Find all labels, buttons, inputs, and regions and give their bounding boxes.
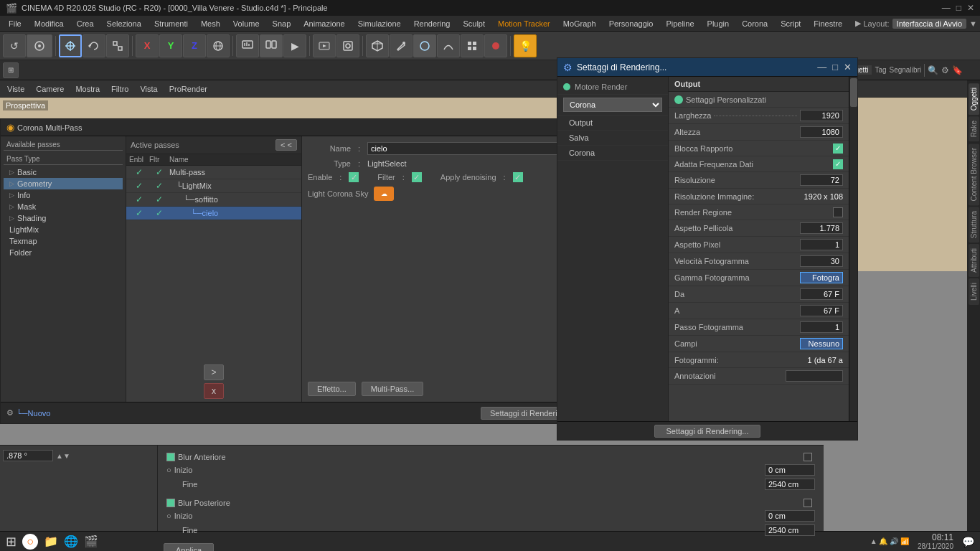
- edge-taskbar-icon[interactable]: 🌐: [64, 534, 78, 548]
- blur-posterior-opt[interactable]: [804, 499, 812, 507]
- tree-texmap[interactable]: Texmap: [4, 235, 123, 247]
- world-btn[interactable]: [207, 34, 230, 57]
- play-btn[interactable]: ▶: [283, 34, 306, 57]
- vp-viste[interactable]: Viste: [3, 83, 29, 95]
- render-active-btn[interactable]: [313, 34, 336, 57]
- rs-nav-output[interactable]: Output: [557, 116, 668, 131]
- angle-input[interactable]: [3, 450, 53, 461]
- menu-rendering[interactable]: Rendering: [408, 18, 456, 29]
- keyframe-btn[interactable]: [236, 34, 259, 57]
- vel-foto-input[interactable]: [800, 255, 843, 267]
- y-axis-btn[interactable]: Y: [159, 34, 182, 57]
- inizio2-input[interactable]: [765, 510, 815, 522]
- campi-input[interactable]: [800, 338, 843, 349]
- vert-tab-content[interactable]: Content Browser: [969, 143, 979, 205]
- tree-basic[interactable]: ▷ Basic: [4, 166, 123, 178]
- object-mode-btn[interactable]: [27, 34, 52, 57]
- rs-nav-corona[interactable]: Corona: [557, 146, 668, 161]
- rs-scrollbar[interactable]: [849, 77, 857, 421]
- menu-sculpt[interactable]: Sculpt: [457, 18, 491, 29]
- angle-spinner[interactable]: ▲▼: [56, 452, 70, 460]
- vp-prorender[interactable]: ProRender: [165, 83, 212, 95]
- menu-file[interactable]: File: [3, 18, 27, 29]
- menu-volume[interactable]: Volume: [227, 18, 265, 29]
- layout-dropdown-icon[interactable]: ▼: [969, 19, 977, 28]
- vp-vista[interactable]: Vista: [136, 83, 161, 95]
- bookmark-icon[interactable]: 🔖: [952, 65, 963, 75]
- blur-posterior-checkbox[interactable]: [166, 499, 175, 507]
- filemanager-taskbar-icon[interactable]: 📁: [44, 534, 58, 548]
- settings-icon[interactable]: ⚙: [941, 65, 949, 75]
- menu-snap[interactable]: Snap: [267, 18, 297, 29]
- rs-footer-btn[interactable]: Settaggi di Rendering...: [654, 425, 761, 438]
- animation2-btn[interactable]: [260, 34, 283, 57]
- rotate-tool-btn[interactable]: [83, 34, 105, 57]
- enbl-check-4[interactable]: ✓: [129, 208, 149, 218]
- menu-simulazione[interactable]: Simulazione: [352, 18, 407, 29]
- tree-mask[interactable]: ▷ Mask: [4, 201, 123, 212]
- fine2-input[interactable]: [765, 524, 815, 536]
- menu-plugin[interactable]: Plugin: [702, 18, 735, 29]
- small-tool-1[interactable]: ⊞: [3, 62, 19, 78]
- width-input[interactable]: [800, 110, 843, 121]
- x-axis-btn[interactable]: X: [136, 34, 159, 57]
- vert-tab-attributi[interactable]: Attributi: [969, 244, 979, 277]
- engine-select[interactable]: Corona: [563, 98, 662, 112]
- light-bulb-btn[interactable]: 💡: [514, 34, 537, 57]
- z-axis-btn[interactable]: Z: [183, 34, 206, 57]
- ris-input[interactable]: [800, 174, 843, 186]
- tree-shading[interactable]: ▷ Shading: [4, 212, 123, 224]
- asp-pell-input[interactable]: [800, 222, 843, 234]
- right-panel-segnalibri[interactable]: Segnalibri: [890, 66, 921, 74]
- scale-tool-btn[interactable]: [106, 34, 129, 57]
- move-tool-btn[interactable]: [59, 34, 82, 57]
- cube-icon-btn[interactable]: [366, 34, 389, 57]
- menu-motion-tracker[interactable]: Motion Tracker: [492, 18, 556, 29]
- tree-geometry[interactable]: ▷ Geometry: [4, 178, 123, 189]
- rs-nav-salva[interactable]: Salva: [557, 131, 668, 146]
- vp-camere[interactable]: Camere: [32, 83, 68, 95]
- adatta-checkbox[interactable]: ✓: [833, 159, 843, 169]
- sculpt-tool-btn[interactable]: [413, 34, 436, 57]
- notification-icon[interactable]: 💬: [962, 536, 974, 547]
- cinema4d-taskbar-icon[interactable]: 🎬: [84, 534, 98, 548]
- enbl-check-1[interactable]: ✓: [129, 167, 149, 177]
- remove-btn[interactable]: x: [204, 383, 224, 399]
- fltr-check-3[interactable]: ✓: [149, 194, 169, 204]
- menu-pipeline[interactable]: Pipeline: [660, 18, 699, 29]
- pass-row-cielo[interactable]: ✓ ✓ └─cielo: [126, 207, 301, 220]
- pass-row-lightmix[interactable]: ✓ ✓ └LightMix: [126, 179, 301, 193]
- pass-row-multipass[interactable]: ✓ ✓ Multi-pass: [126, 166, 301, 179]
- fltr-check-1[interactable]: ✓: [149, 167, 169, 177]
- asp-pix-input[interactable]: [800, 239, 843, 250]
- blur-anterior-checkbox[interactable]: [166, 453, 175, 461]
- undo-btn[interactable]: ↺: [3, 34, 26, 57]
- fine-input[interactable]: [765, 479, 815, 490]
- render-reg-checkbox[interactable]: [833, 207, 843, 217]
- rs-close-btn[interactable]: ✕: [844, 62, 852, 72]
- nuovo-label[interactable]: └─Nuovo: [17, 409, 50, 418]
- rs-maximize-btn[interactable]: □: [832, 62, 838, 72]
- minimize-btn[interactable]: —: [942, 3, 951, 13]
- tree-folder[interactable]: Folder: [4, 247, 123, 258]
- tree-info[interactable]: ▷ Info: [4, 189, 123, 201]
- fltr-check-4[interactable]: ✓: [149, 208, 169, 218]
- menu-seleziona[interactable]: Seleziona: [101, 18, 147, 29]
- applica-btn[interactable]: Applica: [164, 543, 214, 551]
- vert-tab-livelli[interactable]: Livelli: [969, 278, 979, 305]
- height-input[interactable]: [800, 126, 843, 138]
- tree-lightmix[interactable]: LightMix: [4, 224, 123, 235]
- a-input[interactable]: [800, 305, 843, 316]
- enbl-check-2[interactable]: ✓: [129, 181, 149, 191]
- multipass-btn[interactable]: Multi-Pass...: [362, 382, 424, 396]
- menu-strumenti[interactable]: Strumenti: [149, 18, 194, 29]
- close-btn[interactable]: ✕: [967, 3, 974, 13]
- vert-tab-rake[interactable]: Rake: [969, 116, 979, 141]
- menu-animazione[interactable]: Animazione: [298, 18, 350, 29]
- grid-btn[interactable]: [461, 34, 484, 57]
- right-panel-tag[interactable]: Tag: [875, 66, 886, 74]
- blocca-checkbox[interactable]: ✓: [833, 143, 843, 154]
- menu-finestre[interactable]: Finestre: [808, 18, 848, 29]
- search-icon[interactable]: 🔍: [928, 65, 938, 75]
- mp-nav-btn[interactable]: < <: [275, 139, 297, 151]
